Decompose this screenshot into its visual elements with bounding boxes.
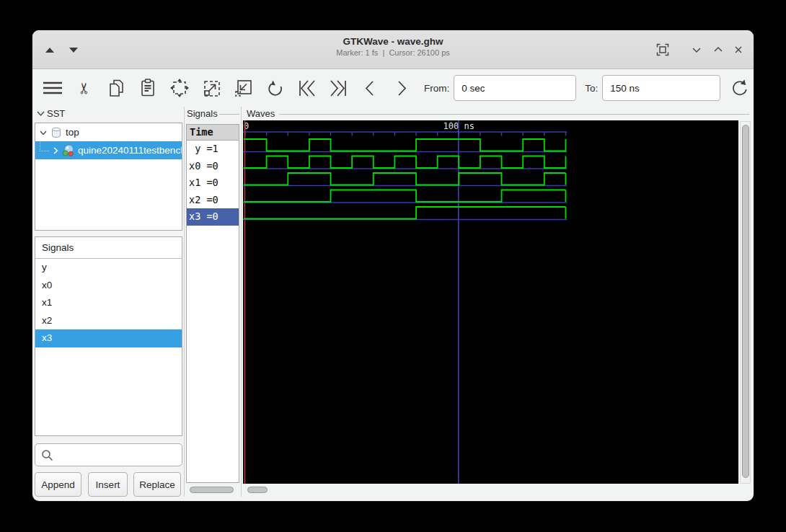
- list-item-x1[interactable]: x1: [35, 294, 182, 312]
- zoom-in-icon: [202, 79, 221, 98]
- zoom-out-button[interactable]: [232, 77, 254, 99]
- expander-open-icon[interactable]: [38, 128, 48, 138]
- titlebar[interactable]: GTKWave - wave.ghw Marker: 1 fs | Cursor…: [32, 30, 754, 69]
- zoom-out-icon: [234, 79, 253, 98]
- signal-list-header[interactable]: Signals: [35, 237, 182, 259]
- copy-icon: [107, 79, 125, 97]
- wave-signal-row-y[interactable]: y =1: [187, 141, 239, 158]
- paste-icon: [140, 79, 156, 97]
- waveform-plot: 0100 ns: [243, 120, 738, 484]
- to-label: To:: [585, 83, 598, 94]
- list-item-x0[interactable]: x0: [35, 277, 182, 295]
- from-label: From:: [424, 83, 449, 94]
- triangle-up-icon: [45, 48, 54, 53]
- previous-edge-icon: [361, 79, 379, 98]
- sst-header[interactable]: SST: [36, 108, 65, 119]
- search-icon: [41, 449, 53, 461]
- expander-closed-icon[interactable]: [50, 146, 61, 156]
- wave-signal-row-x3[interactable]: x3 =0: [187, 208, 239, 226]
- list-item-x3[interactable]: x3: [35, 329, 182, 347]
- sst-tree: top quine20240111testbench: [35, 123, 182, 231]
- tree-label-top: top: [66, 127, 79, 138]
- wave-canvas[interactable]: 0100 ns: [243, 120, 738, 484]
- marker-cursor-status: Marker: 1 fs | Cursor: 26100 ps: [32, 48, 754, 58]
- next-edge-icon: [393, 79, 410, 98]
- chevron-up-icon: [712, 43, 725, 56]
- wave-signal-row-x1[interactable]: x1 =0: [187, 174, 239, 192]
- names-hscrollbar-thumb[interactable]: [190, 487, 234, 493]
- waves-vscrollbar-thumb[interactable]: [742, 125, 749, 478]
- skip-to-start-button[interactable]: [296, 77, 317, 99]
- chevron-down-icon: [690, 43, 703, 56]
- maximize-button[interactable]: [709, 40, 728, 59]
- triangle-down-icon: [69, 48, 78, 53]
- shade-up-button[interactable]: [40, 40, 59, 59]
- zoom-fit-icon: [169, 78, 190, 98]
- chevron-down-icon: [36, 109, 45, 118]
- previous-edge-button[interactable]: [359, 77, 381, 99]
- skip-to-end-button[interactable]: [327, 77, 349, 99]
- insert-button[interactable]: Insert: [88, 472, 128, 497]
- time-header: Time: [187, 125, 239, 141]
- zoom-fit-button[interactable]: [169, 77, 190, 99]
- window-title: GTKWave - wave.ghw: [32, 35, 754, 48]
- wave-signal-row-x0[interactable]: x0 =0: [187, 158, 239, 175]
- splitter-right[interactable]: [241, 107, 242, 497]
- database-icon: [50, 126, 63, 139]
- append-button[interactable]: Append: [35, 472, 81, 497]
- splitter-left[interactable]: [184, 107, 185, 497]
- next-edge-button[interactable]: [391, 77, 412, 99]
- tree-row-testbench[interactable]: quine20240111testbench: [35, 141, 182, 159]
- from-input[interactable]: [454, 75, 576, 101]
- copy-button[interactable]: [105, 77, 127, 99]
- wave-name-panel: Time y =1 x0 =0 x1 =0 x2 =0 x3 =0: [186, 124, 239, 483]
- reload-button[interactable]: [729, 77, 751, 99]
- cut-button[interactable]: ✂: [74, 77, 95, 99]
- waves-frame-label: Waves: [247, 108, 275, 119]
- signal-search-list: Signals y x0 x1 x2 x3: [35, 236, 182, 436]
- close-icon: [732, 43, 745, 56]
- reload-icon: [729, 77, 751, 99]
- signals-frame-label: Signals: [187, 108, 218, 119]
- toolbar: ✂: [32, 69, 754, 107]
- waves-vscrollbar[interactable]: [740, 121, 751, 484]
- fullscreen-button[interactable]: [653, 40, 672, 59]
- tree-connector: [40, 141, 49, 151]
- wave-signal-row-x2[interactable]: x2 =0: [187, 192, 239, 209]
- minimize-button[interactable]: [687, 40, 706, 59]
- skip-to-end-icon: [329, 79, 348, 98]
- undo-icon: [265, 79, 285, 98]
- menu-icon: [43, 80, 63, 96]
- signal-search-input[interactable]: [35, 443, 182, 466]
- replace-button[interactable]: Replace: [133, 472, 181, 497]
- menu-button[interactable]: [42, 77, 63, 99]
- waves-frame-line: [279, 114, 749, 115]
- to-input[interactable]: [602, 75, 720, 101]
- waves-hscrollbar-thumb[interactable]: [247, 487, 268, 493]
- signals-frame-line: [219, 114, 239, 115]
- paste-button[interactable]: [137, 77, 159, 99]
- tree-label-testbench: quine20240111testbench: [78, 145, 182, 156]
- zoom-in-button[interactable]: [200, 77, 222, 99]
- tree-row-top[interactable]: top: [35, 123, 182, 141]
- cut-icon: ✂: [76, 81, 92, 94]
- module-spheres-icon: [62, 144, 75, 157]
- list-item-x2[interactable]: x2: [35, 312, 182, 330]
- list-item-y[interactable]: y: [35, 259, 182, 277]
- skip-to-start-icon: [297, 79, 317, 98]
- fullscreen-icon: [655, 43, 670, 57]
- gtkwave-window: GTKWave - wave.ghw Marker: 1 fs | Cursor…: [32, 30, 754, 501]
- main-content: SST top: [32, 107, 754, 501]
- undo-button[interactable]: [264, 77, 286, 99]
- close-button[interactable]: [729, 40, 748, 59]
- shade-down-button[interactable]: [64, 40, 83, 59]
